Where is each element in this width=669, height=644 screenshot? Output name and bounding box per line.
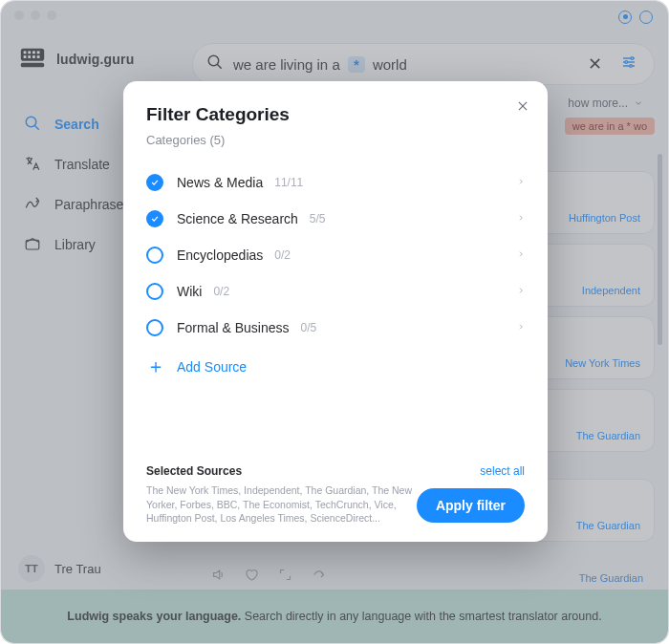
- category-checkbox[interactable]: [146, 210, 163, 227]
- selected-sources-list: The New York Times, Independent, The Gua…: [146, 483, 414, 525]
- chevron-right-icon[interactable]: [517, 319, 525, 336]
- category-checkbox[interactable]: [146, 247, 163, 264]
- category-name: Wiki: [177, 284, 202, 299]
- category-checkbox[interactable]: [146, 174, 163, 191]
- category-list: News & Media11/11Science & Research5/5En…: [146, 164, 525, 346]
- category-row[interactable]: Encyclopedias0/2: [146, 237, 525, 273]
- app-window: ludwig.guru Search Translate Paraphrase …: [0, 0, 669, 644]
- category-name: Science & Research: [177, 211, 298, 226]
- select-all-link[interactable]: select all: [480, 464, 525, 478]
- category-row[interactable]: Science & Research5/5: [146, 201, 525, 237]
- category-row[interactable]: Wiki0/2: [146, 273, 525, 310]
- chevron-right-icon[interactable]: [517, 210, 525, 227]
- chevron-right-icon[interactable]: [517, 174, 525, 191]
- apply-filter-button[interactable]: Apply filter: [417, 488, 525, 523]
- plus-icon: ＋: [146, 354, 163, 379]
- category-checkbox[interactable]: [146, 319, 163, 336]
- category-count: 0/5: [300, 321, 316, 334]
- chevron-right-icon[interactable]: [517, 283, 525, 300]
- category-count: 0/2: [274, 248, 291, 262]
- category-count: 5/5: [310, 212, 326, 225]
- category-row[interactable]: News & Media11/11: [146, 164, 525, 201]
- close-button[interactable]: [511, 95, 534, 118]
- category-name: Formal & Business: [177, 320, 289, 335]
- chevron-right-icon[interactable]: [517, 247, 525, 264]
- filter-modal: Filter Categories Categories (5) News & …: [123, 81, 548, 542]
- category-count: 0/2: [213, 285, 229, 298]
- add-source-button[interactable]: ＋ Add Source: [146, 354, 525, 379]
- modal-title: Filter Categories: [146, 104, 525, 125]
- category-name: News & Media: [177, 175, 263, 190]
- category-checkbox[interactable]: [146, 283, 163, 300]
- add-source-label: Add Source: [177, 359, 247, 375]
- category-count: 11/11: [274, 176, 303, 189]
- category-name: Encyclopedias: [177, 247, 263, 263]
- category-row[interactable]: Formal & Business0/5: [146, 310, 525, 346]
- selected-sources-heading: Selected Sources: [146, 464, 242, 478]
- modal-subtitle: Categories (5): [146, 133, 525, 147]
